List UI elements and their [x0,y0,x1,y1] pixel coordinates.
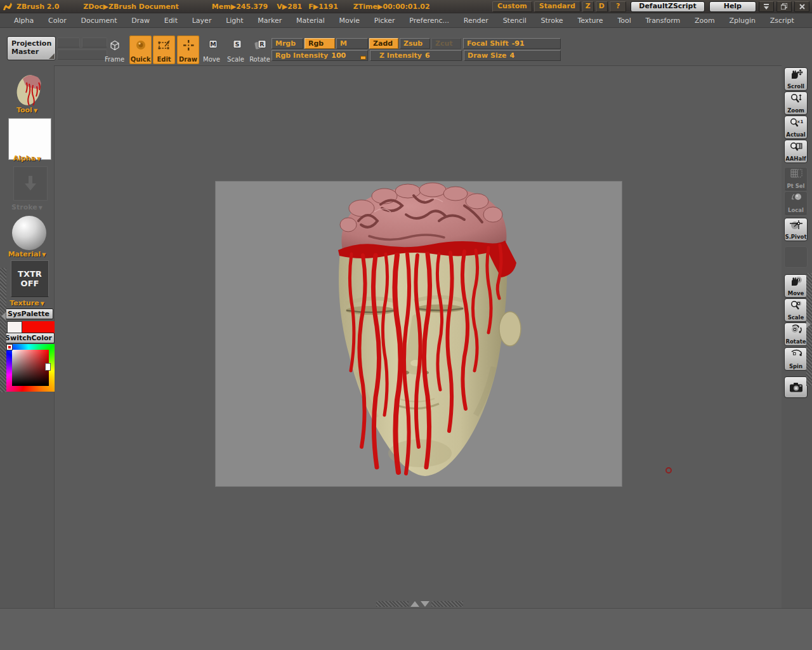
menu-item-light[interactable]: Light [226,17,243,25]
ztime-counter: ZTime▶00:00:01.02 [353,3,430,11]
point-selection-button[interactable]: Pt Sel [784,167,808,190]
left-panel-divider[interactable] [0,268,6,392]
saturation-value-square[interactable] [12,350,49,386]
zbrush-canvas[interactable] [216,182,622,486]
svg-text:S: S [235,41,239,48]
menu-item-tool[interactable]: Tool [617,17,631,25]
menu-item-preferences[interactable]: Preferenc... [409,17,449,25]
down-arrow-icon [24,176,37,191]
menu-item-layer[interactable]: Layer [192,17,212,25]
current-color-swatch[interactable] [22,321,55,333]
focal-shift-slider[interactable]: Focal Shift-91 [463,38,561,49]
mrgb-mode-button[interactable]: Mrgb [272,38,303,49]
m-mode-button[interactable]: M [336,38,368,49]
scroll-down-icon[interactable] [421,601,429,607]
d-button[interactable]: D [596,1,608,12]
scrollbar-track[interactable] [431,601,464,607]
snapshot-button[interactable] [784,376,808,398]
menu-item-render[interactable]: Render [464,17,488,25]
help-question-button[interactable]: ? [610,1,626,12]
aahalf-button[interactable]: AAHalf [784,140,808,163]
material-selector[interactable]: Material▼ [0,250,54,258]
quick-button[interactable]: Quick [129,36,152,64]
frame-counter: F▶1191 [308,3,338,11]
color-picker[interactable] [6,344,55,392]
help-button[interactable]: Help [709,1,756,12]
restore-window-button[interactable] [776,1,792,12]
local-transform-button[interactable]: Local [784,191,808,215]
frame-button[interactable]: Frame [103,36,126,64]
move-gyro-button[interactable]: M Move [200,36,223,64]
menu-item-zoom[interactable]: Zoom [695,17,715,25]
menu-item-zplugin[interactable]: Zplugin [729,17,756,25]
collapse-left-panel-icon[interactable] [1,312,6,320]
edit-button-label: Edit [157,56,171,63]
rotate-button[interactable]: Rotate [784,322,808,346]
texture-off-thumbnail[interactable]: TXTR OFF [11,260,49,297]
expand-right-panel-icon[interactable] [806,321,811,328]
alpha-selector[interactable]: Alpha▼ [0,154,54,162]
texture-selector[interactable]: Texture▼ [0,299,54,307]
spin-button[interactable]: Spin [784,347,808,371]
minimize-button[interactable] [759,1,774,12]
move-button-label: Move [788,290,804,296]
rotate-gyro-button[interactable]: R Rotate [249,36,271,64]
menu-item-texture[interactable]: Texture [577,17,603,25]
tool-selector[interactable]: Tool▼ [0,106,54,114]
default-zscript-button[interactable]: DefaultZScript [631,1,704,12]
rotate-arrows-icon [789,324,803,335]
frame-button-label: Frame [105,56,124,63]
menu-item-document[interactable]: Document [81,17,117,25]
menu-item-picker[interactable]: Picker [374,17,395,25]
draw-size-slider[interactable]: Draw Size4 [464,50,561,61]
slider-position-tick [360,56,366,60]
zadd-mode-button[interactable]: Zadd [369,38,398,49]
menu-item-transform[interactable]: Transform [646,17,681,25]
hue-marker[interactable] [6,344,13,350]
zoom-button[interactable]: Zoom [784,91,808,115]
edit-button[interactable]: Edit [153,36,175,64]
right-panel-divider[interactable] [806,273,812,386]
menu-item-movie[interactable]: Movie [339,17,360,25]
switchcolor-button[interactable]: SwitchColor [3,333,55,343]
menu-item-edit[interactable]: Edit [164,17,178,25]
syspalette-button[interactable]: SysPalette [4,308,53,319]
horizontal-scrollbar[interactable] [376,600,463,607]
rgb-intensity-slider[interactable]: Rgb Intensity100 [272,50,368,61]
standard-ui-button[interactable]: Standard [534,1,580,12]
menu-item-stroke[interactable]: Stroke [541,17,563,25]
move-button[interactable]: Move [784,274,808,298]
menu-item-alpha[interactable]: Alpha [14,17,34,25]
scale-button-label: Scale [788,314,804,321]
scrollbar-track[interactable] [376,601,409,607]
sv-marker[interactable] [45,363,51,371]
menu-item-zscript[interactable]: Zscript [770,17,794,25]
z-button[interactable]: Z [582,1,594,12]
hand-scroll-icon [789,69,803,79]
close-window-button[interactable] [794,1,809,12]
texture-selector-label: Texture [10,299,39,307]
menu-item-draw[interactable]: Draw [131,17,150,25]
zsub-mode-button[interactable]: Zsub [400,38,430,49]
projection-master-button[interactable]: Projection Master [7,36,56,60]
z-intensity-slider[interactable]: Z Intensity6 [370,50,462,61]
scroll-up-icon[interactable] [410,601,419,607]
corner-fold-icon [49,53,55,59]
set-pivot-button[interactable]: S.Pivot [784,218,808,241]
menu-item-material[interactable]: Material [296,17,325,25]
menu-item-marker[interactable]: Marker [258,17,282,25]
menu-item-color[interactable]: Color [48,17,67,25]
current-tool-thumbnail[interactable] [10,70,46,107]
material-selector-label: Material [8,250,41,258]
custom-ui-button[interactable]: Custom [492,1,532,12]
stroke-selector-label: Stroke [11,203,37,211]
rgb-mode-button[interactable]: Rgb [304,38,335,49]
restore-icon [781,3,787,10]
draw-button[interactable]: Draw [177,36,199,64]
scroll-button[interactable]: Scroll [784,67,808,91]
scale-gyro-button[interactable]: S Scale [225,36,247,64]
current-material-thumbnail[interactable] [12,216,46,250]
scale-button[interactable]: Scale [784,298,808,322]
menu-item-stencil[interactable]: Stencil [503,17,527,25]
actual-size-button[interactable]: ×1 Actual [784,116,808,139]
